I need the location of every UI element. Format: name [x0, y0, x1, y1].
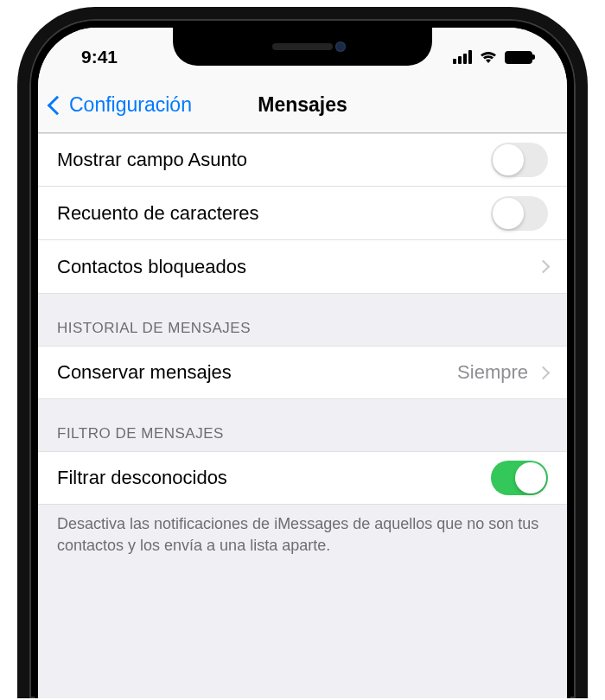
row-filter-unknown[interactable]: Filtrar desconocidos [38, 451, 567, 505]
row-show-subject[interactable]: Mostrar campo Asunto [38, 133, 567, 187]
toggle-knob [493, 198, 524, 229]
back-button[interactable]: Configuración [50, 93, 192, 117]
row-label: Recuento de caracteres [57, 202, 259, 225]
chevron-right-icon [537, 366, 551, 379]
page-title: Mensajes [258, 93, 347, 117]
status-right [453, 40, 532, 66]
row-label: Contactos bloqueados [57, 256, 246, 278]
row-label: Filtrar desconocidos [57, 467, 227, 489]
row-keep-messages[interactable]: Conservar mensajes Siempre [38, 346, 567, 399]
device-frame: 9:41 [17, 7, 588, 698]
back-label: Configuración [69, 93, 192, 117]
toggle-char-count[interactable] [491, 196, 548, 231]
navigation-bar: Configuración Mensajes [38, 78, 567, 133]
notch [173, 28, 432, 66]
row-label: Mostrar campo Asunto [57, 149, 247, 171]
section-general: Mostrar campo Asunto Recuento de caracte… [38, 133, 567, 294]
section-footer-filter: Desactiva las notificaciones de iMessage… [38, 505, 567, 574]
screen: 9:41 [38, 28, 567, 698]
section-history: Conservar mensajes Siempre [38, 346, 567, 399]
chevron-right-icon [537, 260, 551, 274]
status-time: 9:41 [81, 38, 118, 67]
toggle-show-subject[interactable] [491, 143, 548, 177]
wifi-icon [479, 48, 498, 66]
row-blocked-contacts[interactable]: Contactos bloqueados [38, 240, 567, 294]
toggle-knob [515, 462, 546, 493]
section-header-filter: FILTRO DE MENSAJES [38, 399, 567, 451]
cellular-signal-icon [453, 50, 472, 64]
speaker-grille [272, 43, 333, 50]
detail-value: Siempre [457, 361, 528, 384]
section-header-history: HISTORIAL DE MENSAJES [38, 294, 567, 346]
battery-icon [505, 51, 532, 64]
section-filter: Filtrar desconocidos [38, 451, 567, 505]
toggle-filter-unknown[interactable] [491, 461, 548, 495]
chevron-back-icon [48, 95, 67, 115]
front-camera [335, 41, 346, 52]
toggle-knob [493, 144, 524, 175]
device-inner: 9:41 [35, 24, 570, 698]
row-label: Conservar mensajes [57, 361, 232, 384]
settings-content: Mostrar campo Asunto Recuento de caracte… [38, 133, 567, 574]
row-char-count[interactable]: Recuento de caracteres [38, 187, 567, 240]
